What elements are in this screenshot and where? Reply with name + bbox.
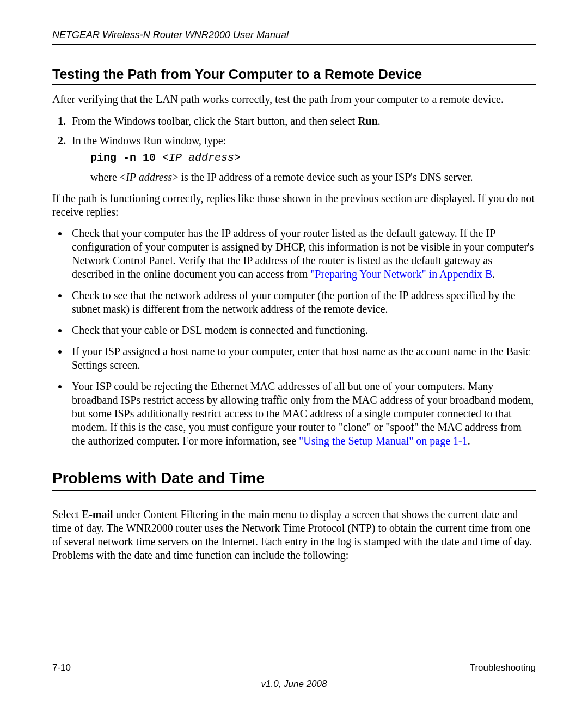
bullet-2: Check to see that the network address of… — [69, 289, 536, 316]
step-2: In the Windows Run window, type: ping -n… — [69, 133, 536, 184]
page: NETGEAR Wireless-N Router WNR2000 User M… — [0, 0, 588, 706]
bullet1-post: . — [492, 268, 495, 280]
ping-arg: <IP address> — [162, 151, 241, 164]
p1-pre: Select — [52, 508, 82, 520]
link-preparing-network[interactable]: "Preparing Your Network" in Appendix B — [310, 268, 492, 280]
bullet-1: Check that your computer has the IP addr… — [69, 227, 536, 281]
bullet5-post: . — [468, 435, 470, 447]
step2-explain: where <IP address> is the IP address of … — [90, 171, 536, 184]
after-steps-paragraph: If the path is functioning correctly, re… — [52, 192, 536, 219]
steps-list: From the Windows toolbar, click the Star… — [52, 114, 536, 184]
troubleshoot-bullets: Check that your computer has the IP addr… — [52, 227, 536, 448]
step1-bold: Run — [358, 115, 378, 127]
step1-text-pre: From the Windows toolbar, click the Star… — [72, 115, 358, 127]
page-footer: 7-10 Troubleshooting — [52, 660, 536, 673]
chapter-name: Troubleshooting — [470, 662, 536, 673]
bullet-4: If your ISP assigned a host name to your… — [69, 345, 536, 372]
p1-post: under Content Filtering in the main menu… — [52, 508, 532, 561]
intro-paragraph: After verifying that the LAN path works … — [52, 93, 536, 106]
link-setup-manual[interactable]: "Using the Setup Manual" on page 1-1 — [299, 435, 468, 447]
page-number: 7-10 — [52, 662, 71, 673]
section-heading-testing-path: Testing the Path from Your Computer to a… — [52, 66, 536, 85]
ping-cmd: ping -n 10 — [90, 151, 162, 164]
step2-explain-pre: where < — [90, 171, 126, 183]
step2-line1: In the Windows Run window, type: — [72, 135, 226, 147]
step2-explain-ital: IP address — [126, 171, 172, 183]
running-header: NETGEAR Wireless-N Router WNR2000 User M… — [52, 29, 536, 45]
date-time-paragraph: Select E-mail under Content Filtering in… — [52, 508, 536, 562]
step1-text-post: . — [378, 115, 381, 127]
bullet-5: Your ISP could be rejecting the Ethernet… — [69, 380, 536, 448]
step2-explain-post: > is the IP address of a remote device s… — [172, 171, 473, 183]
p1-bold: E-mail — [82, 508, 113, 520]
bullet-3: Check that your cable or DSL modem is co… — [69, 324, 536, 337]
section-heading-date-time: Problems with Date and Time — [52, 470, 536, 491]
step-1: From the Windows toolbar, click the Star… — [69, 114, 536, 128]
footer-version: v1.0, June 2008 — [0, 679, 588, 690]
ping-command: ping -n 10 <IP address> — [90, 151, 536, 165]
